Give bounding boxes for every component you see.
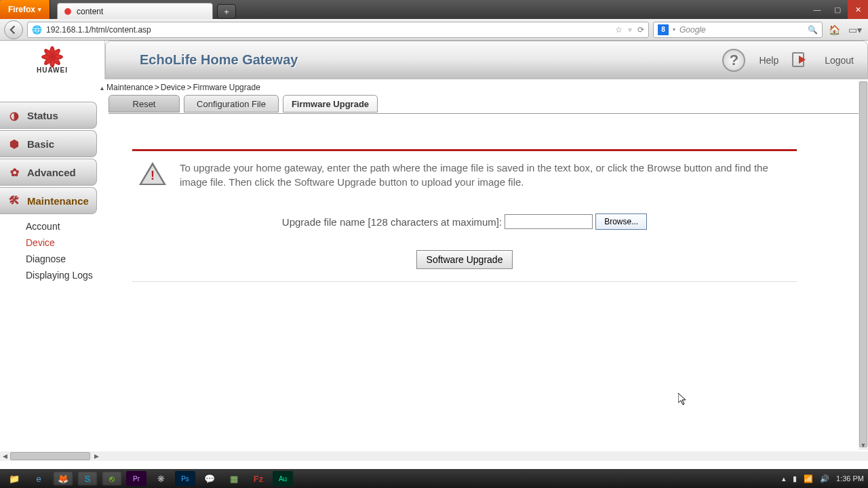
search-icon[interactable]: 🔍 <box>808 25 818 35</box>
upload-file-input[interactable] <box>505 214 593 229</box>
url-text: 192.168.1.1/html/content.asp <box>46 25 151 35</box>
battery-icon[interactable]: ▮ <box>793 474 797 483</box>
taskbar-app2-icon[interactable]: ❋ <box>151 471 171 486</box>
upload-file-label: Upgrade file name [128 characters at max… <box>282 216 502 228</box>
brand-logo: HUAWEI <box>0 41 105 79</box>
page-title: EchoLife Home Gateway <box>140 52 298 68</box>
search-bar[interactable]: 8 ▾ Google 🔍 <box>653 22 823 38</box>
horizontal-scrollbar[interactable]: ◀ ▶ <box>0 451 868 461</box>
bookmark-star-icon[interactable]: ☆ <box>615 25 623 35</box>
taskbar-skype-icon[interactable]: S <box>77 471 98 486</box>
scroll-down-icon[interactable]: ▼ <box>859 441 868 450</box>
tray-arrow-icon[interactable]: ▴ <box>782 474 786 483</box>
warning-icon: ! <box>139 162 166 186</box>
globe-icon: 🌐 <box>32 25 42 35</box>
breadcrumb-firmware: Firmware Upgrade <box>193 83 260 92</box>
logout-link[interactable]: Logout <box>825 55 854 66</box>
page-body: HUAWEI EchoLife Home Gateway ? Help Logo… <box>0 41 868 469</box>
taskbar-firefox-icon[interactable]: 🦊 <box>53 471 73 486</box>
scrollbar-thumb[interactable] <box>859 81 867 447</box>
taskbar-audition-icon[interactable]: Au <box>273 471 293 486</box>
sidebar-item-label: Advanced <box>27 167 76 178</box>
sidebar-item-label: Status <box>27 110 58 121</box>
scroll-right-icon[interactable]: ▶ <box>92 453 101 460</box>
breadcrumb-maintenance[interactable]: Maintenance <box>106 83 153 92</box>
sidebar-item-maintenance[interactable]: 🛠 Maintenance <box>0 187 97 214</box>
sidebar-subitems: Account Device Diagnose Displaying Logs <box>0 216 97 283</box>
scroll-left-icon[interactable]: ◀ <box>0 453 9 460</box>
sidebar-sub-logs[interactable]: Displaying Logs <box>26 267 97 283</box>
taskbar-notepad-icon[interactable]: ▦ <box>224 471 244 486</box>
huawei-favicon-icon <box>63 7 73 16</box>
tabs-underline <box>108 113 860 114</box>
vertical-scrollbar[interactable]: ▼ <box>859 81 868 450</box>
logout-icon[interactable] <box>792 52 811 68</box>
sidebar-item-basic[interactable]: ⬢ Basic <box>0 130 97 157</box>
nav-toolbar: 🌐 192.168.1.1/html/content.asp ☆ ▾ ⟳ 8 ▾… <box>0 19 868 41</box>
google-search-icon: 8 <box>658 24 669 35</box>
firefox-menu-button[interactable]: Firefox <box>0 0 50 19</box>
sidebar-item-advanced[interactable]: ✿ Advanced <box>0 159 97 186</box>
tab-configuration-file[interactable]: Configuration File <box>184 95 279 113</box>
sidebar-item-label: Basic <box>27 138 54 150</box>
page-header: EchoLife Home Gateway ? Help Logout <box>105 41 868 79</box>
help-link[interactable]: Help <box>759 55 778 66</box>
sidebar-item-status[interactable]: ◑ Status <box>0 102 97 129</box>
back-arrow-icon <box>9 25 18 35</box>
scrollbar-thumb[interactable] <box>10 452 90 460</box>
system-tray: ▴ ▮ 📶 🔊 1:36 PM <box>782 474 864 483</box>
volume-icon[interactable]: 🔊 <box>820 474 829 483</box>
sidebar: ◑ Status ⬢ Basic ✿ Advanced 🛠 Maintenanc… <box>0 102 97 283</box>
browser-tab[interactable]: content <box>57 3 213 19</box>
breadcrumb-device[interactable]: Device <box>161 83 186 92</box>
huawei-flower-icon <box>40 46 64 65</box>
content-tabs: Reset Configuration File Firmware Upgrad… <box>108 95 378 113</box>
network-icon[interactable]: 📶 <box>804 474 813 483</box>
svg-point-0 <box>64 8 71 15</box>
sidebar-sub-diagnose[interactable]: Diagnose <box>26 251 97 267</box>
titlebar: Firefox content + — ▢ ✕ <box>0 0 868 19</box>
browse-button[interactable]: Browse... <box>595 214 647 230</box>
tab-title: content <box>77 7 103 16</box>
taskbar-photoshop-icon[interactable]: Ps <box>175 471 195 486</box>
taskbar-app-icon[interactable]: ⎋ <box>102 471 122 486</box>
sidebar-sub-device[interactable]: Device <box>26 235 97 251</box>
maximize-button[interactable]: ▢ <box>827 0 848 19</box>
basic-icon: ⬢ <box>7 136 22 151</box>
taskbar-premiere-icon[interactable]: Pr <box>126 471 146 486</box>
window-controls: — ▢ ✕ <box>807 0 868 19</box>
bookmarks-menu-button[interactable]: ▭▾ <box>846 24 864 35</box>
taskbar-ie-icon[interactable]: e <box>28 471 49 486</box>
status-icon: ◑ <box>7 108 22 123</box>
software-upgrade-button[interactable]: Software Upgrade <box>416 250 513 269</box>
tab-strip: content + <box>50 0 807 19</box>
reload-button[interactable]: ⟳ <box>637 25 644 35</box>
warning-text: To upgrade your home gateway, enter the … <box>180 161 790 189</box>
breadcrumb: Maintenance > Device > Firmware Upgrade <box>100 83 260 92</box>
taskbar-filezilla-icon[interactable]: Fz <box>248 471 269 486</box>
minimize-button[interactable]: — <box>807 0 827 19</box>
back-button[interactable] <box>4 20 23 39</box>
tab-firmware-upgrade[interactable]: Firmware Upgrade <box>283 95 378 113</box>
new-tab-button[interactable]: + <box>217 4 236 19</box>
panel-divider <box>132 281 797 282</box>
url-bar[interactable]: 🌐 192.168.1.1/html/content.asp ☆ ▾ ⟳ <box>27 22 649 38</box>
tab-reset[interactable]: Reset <box>108 95 180 113</box>
maintenance-icon: 🛠 <box>7 193 22 208</box>
advanced-icon: ✿ <box>7 165 22 180</box>
close-button[interactable]: ✕ <box>848 0 868 19</box>
sidebar-sub-account[interactable]: Account <box>26 218 97 235</box>
taskbar-explorer-icon[interactable]: 📁 <box>4 471 24 486</box>
search-placeholder: Google <box>679 25 706 35</box>
sidebar-item-label: Maintenance <box>27 195 89 207</box>
taskbar-chat-icon[interactable]: 💬 <box>199 471 220 486</box>
help-icon[interactable]: ? <box>722 49 745 72</box>
taskbar: 📁 e 🦊 S ⎋ Pr ❋ Ps 💬 ▦ Fz Au ▴ ▮ 📶 🔊 1:36… <box>0 469 868 488</box>
clock[interactable]: 1:36 PM <box>836 474 864 483</box>
content-panel: ! To upgrade your home gateway, enter th… <box>132 149 797 282</box>
home-button[interactable]: 🏠 <box>827 24 842 35</box>
